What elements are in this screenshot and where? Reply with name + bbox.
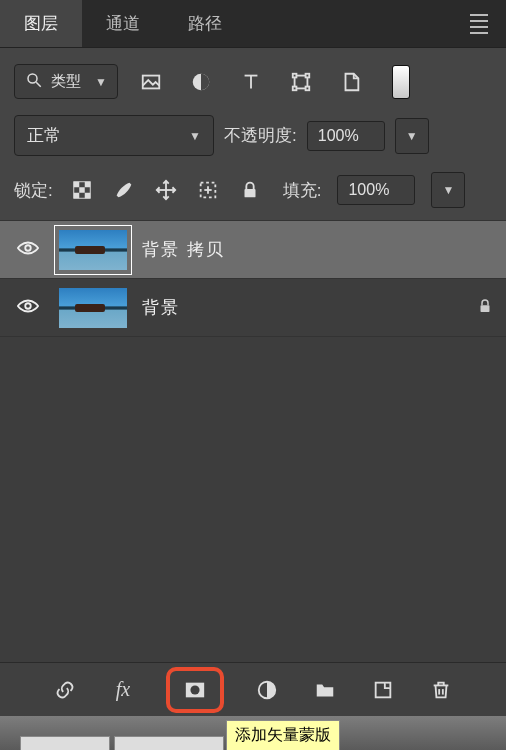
blend-row: 正常 ▼ 不透明度: 100% ▼	[0, 109, 506, 162]
new-layer-button[interactable]	[368, 675, 398, 705]
svg-rect-12	[73, 182, 79, 188]
lock-position-icon[interactable]	[153, 177, 179, 203]
svg-rect-25	[481, 305, 490, 312]
chevron-down-icon: ▼	[189, 129, 201, 143]
svg-point-24	[25, 303, 31, 309]
svg-rect-13	[84, 182, 90, 188]
layer-thumbnail[interactable]	[54, 283, 132, 333]
filter-type-select[interactable]: 类型 ▼	[14, 64, 118, 99]
svg-point-0	[28, 74, 37, 83]
opacity-dropdown[interactable]: ▼	[395, 118, 429, 154]
tab-channels[interactable]: 通道	[82, 0, 164, 47]
dock-thumbnail[interactable]	[20, 736, 110, 750]
adjustment-layer-button[interactable]	[252, 675, 282, 705]
tab-paths[interactable]: 路径	[164, 0, 246, 47]
svg-rect-8	[305, 73, 309, 77]
lock-artboard-icon[interactable]	[195, 177, 221, 203]
panel-tabs: 图层 通道 路径	[0, 0, 506, 48]
layer-style-button[interactable]: fx	[108, 675, 138, 705]
lock-transparency-icon[interactable]	[69, 177, 95, 203]
dock-thumbnail[interactable]	[114, 736, 224, 750]
svg-rect-22	[244, 189, 255, 197]
layer-filter-row: 类型 ▼	[0, 48, 506, 109]
add-mask-button[interactable]	[180, 675, 210, 705]
svg-rect-10	[305, 86, 309, 90]
layer-thumbnail[interactable]	[54, 225, 132, 275]
lock-label: 锁定:	[14, 179, 53, 202]
lock-icon	[476, 297, 494, 318]
opacity-value[interactable]: 100%	[307, 121, 385, 151]
filter-adjustment-icon[interactable]	[188, 69, 214, 95]
svg-point-27	[190, 685, 199, 694]
panel-menu-icon[interactable]	[470, 14, 488, 34]
fill-label: 填充:	[283, 179, 322, 202]
filter-type-label: 类型	[51, 72, 81, 91]
add-mask-highlight	[166, 667, 224, 713]
svg-rect-7	[293, 73, 297, 77]
blend-mode-select[interactable]: 正常 ▼	[14, 115, 214, 156]
filter-shape-icon[interactable]	[288, 69, 314, 95]
fill-value[interactable]: 100%	[337, 175, 415, 205]
delete-layer-button[interactable]	[426, 675, 456, 705]
filter-smartobject-icon[interactable]	[338, 69, 364, 95]
svg-rect-9	[293, 86, 297, 90]
search-icon	[25, 71, 43, 92]
new-group-button[interactable]	[310, 675, 340, 705]
tab-layers[interactable]: 图层	[0, 0, 82, 47]
lock-paint-icon[interactable]	[111, 177, 137, 203]
layer-name[interactable]: 背景 拷贝	[142, 238, 494, 261]
svg-rect-15	[73, 193, 79, 199]
fill-dropdown[interactable]: ▼	[431, 172, 465, 208]
layers-list: 背景 拷贝 背景	[0, 221, 506, 662]
opacity-label: 不透明度:	[224, 124, 297, 147]
layer-name[interactable]: 背景	[142, 296, 466, 319]
filter-pixel-icon[interactable]	[138, 69, 164, 95]
svg-line-1	[36, 82, 41, 87]
svg-point-23	[25, 245, 31, 251]
link-layers-icon[interactable]	[50, 675, 80, 705]
tooltip: 添加矢量蒙版	[226, 720, 340, 750]
layer-row[interactable]: 背景	[0, 279, 506, 337]
chevron-down-icon: ▼	[95, 75, 107, 89]
lock-all-icon[interactable]	[237, 177, 263, 203]
blend-mode-value: 正常	[27, 124, 61, 147]
svg-rect-29	[376, 682, 391, 697]
lock-row: 锁定: 填充: 100% ▼	[0, 162, 506, 221]
layer-bottom-toolbar: fx	[0, 662, 506, 716]
layer-row[interactable]: 背景 拷贝	[0, 221, 506, 279]
filter-toggle[interactable]	[392, 65, 410, 99]
filter-text-icon[interactable]	[238, 69, 264, 95]
visibility-eye-icon[interactable]	[12, 298, 44, 317]
svg-rect-16	[84, 193, 90, 199]
visibility-eye-icon[interactable]	[12, 240, 44, 259]
svg-rect-14	[79, 187, 85, 193]
